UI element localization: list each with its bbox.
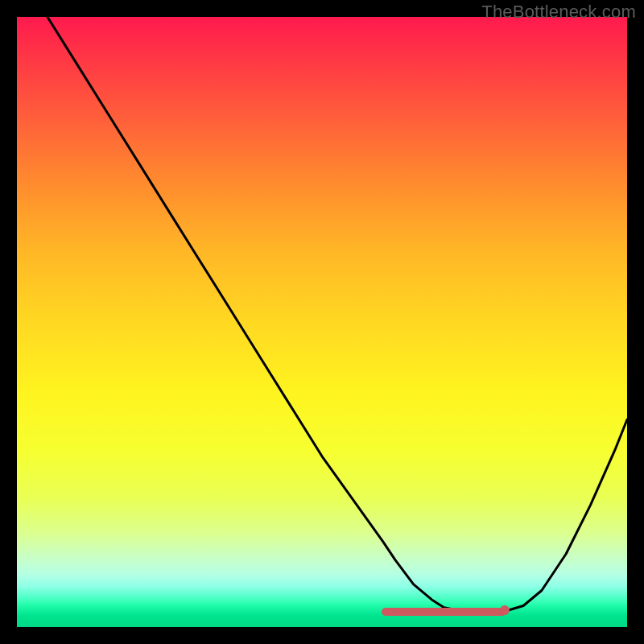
watermark-text: TheBottleneck.com: [481, 2, 636, 23]
bottleneck-curve: [17, 17, 627, 627]
optimal-marker-line: [382, 608, 507, 616]
chart-stage: TheBottleneck.com: [0, 0, 644, 644]
plot-area: [17, 17, 627, 627]
curve-path: [47, 17, 627, 613]
